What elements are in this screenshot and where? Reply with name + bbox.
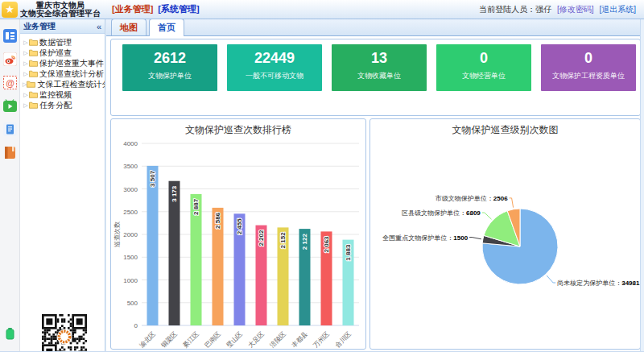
content: 2612文物保护单位22449一般不可移动文物13文物收藏单位0文物经营单位0文… (106, 36, 644, 351)
current-user-label: 当前登陆人员：强仔 (479, 5, 551, 14)
pie-slice-label-2: 区县级文物保护单位：6809 (402, 209, 481, 217)
tree-item-label: 数据管理 (39, 37, 72, 48)
tree-item-5[interactable]: ▷监控视频 (23, 89, 105, 100)
stat-value: 2612 (122, 50, 217, 66)
stat-value: 0 (541, 50, 636, 66)
charts-row: 文物保护巡查次数排行榜05001000150020002500300035004… (110, 118, 641, 350)
pie-chart: 文物保护巡查级别次数图尚未核定为保护单位：34981全国重点文物保护单位：150… (370, 119, 640, 349)
tree-item-label: 任务分配 (39, 100, 72, 111)
logout-link[interactable]: [退出系统] (599, 5, 636, 14)
app-icon-strip: @ (0, 19, 20, 351)
bar-value-label: 2 122 (302, 234, 309, 251)
app-logo-star-icon: ★ (2, 2, 18, 18)
folder-icon (29, 39, 38, 46)
sidebar-tree-panel: 业务管理 « ▷数据管理▷保护巡查▷保护巡查重大事件▷文保巡查统计分析▷文保工程… (20, 19, 105, 351)
stat-label: 文物保护工程资质单位 (541, 71, 636, 81)
stat-label: 文物收藏单位 (332, 71, 427, 81)
pie-chart-title: 文物保护巡查级别次数图 (452, 124, 559, 135)
collapse-panel-icon[interactable]: « (97, 21, 101, 32)
pie-slice-label-3: 市级文物保护单位：2506 (436, 195, 508, 202)
platform-name: 文物安全综合管理平台 (20, 10, 101, 18)
svg-text:0: 0 (134, 322, 138, 329)
tree-item-label: 文保巡查统计分析 (39, 68, 104, 80)
svg-text:4000: 4000 (123, 140, 138, 147)
bar-category-label: 涪陵区 (269, 330, 287, 349)
bar-value-label: 2 063 (324, 236, 331, 253)
bar-category-label: 铜梁区 (159, 329, 179, 349)
nav-business-management[interactable]: [业务管理] (112, 3, 153, 15)
tab-1[interactable]: 首页 (149, 19, 184, 36)
tree-item-label: 保护巡查重大事件 (39, 58, 104, 69)
tab-0[interactable]: 地图 (111, 19, 147, 35)
notebook-icon[interactable] (3, 146, 17, 159)
stat-card-3: 0文物经营单位 (436, 44, 531, 91)
weibo-icon[interactable] (3, 52, 17, 66)
bar-chart-ylabel: 巡查次数 (114, 222, 121, 247)
tree-panel-header: 业务管理 « (20, 19, 105, 34)
tree-item-3[interactable]: ▷文保巡查统计分析 (23, 68, 105, 79)
tree-item-6[interactable]: ▷任务分配 (23, 100, 105, 110)
bar-value-label: 2 202 (258, 230, 266, 246)
folder-icon (29, 70, 38, 77)
document-icon[interactable] (3, 122, 17, 136)
header: ★ 重庆市文物局 文物安全综合管理平台 [业务管理] [系统管理] 当前登陆人员… (0, 0, 644, 19)
stat-value: 13 (332, 50, 427, 66)
stat-card-0: 2612文物保护单位 (122, 44, 217, 91)
stat-cards-panel: 2612文物保护单位22449一般不可移动文物13文物收藏单位0文物经营单位0文… (110, 39, 641, 116)
stat-card-2: 13文物收藏单位 (332, 44, 427, 91)
tab-label: 首页 (158, 23, 175, 32)
at-icon[interactable]: @ (3, 76, 17, 89)
pie-slice-label-1: 全国重点文物保护单位：1500 (382, 234, 468, 242)
bar-category-label: 大足区 (247, 330, 266, 349)
svg-text:1000: 1000 (123, 277, 138, 284)
tree-item-1[interactable]: ▷保护巡查 (23, 48, 105, 58)
folder-icon (29, 91, 38, 98)
svg-text:2500: 2500 (123, 209, 138, 216)
app-title: 重庆市文物局 文物安全综合管理平台 (20, 2, 101, 18)
change-password-link[interactable]: [修改密码] (557, 5, 594, 14)
bar (147, 166, 159, 325)
bar-value-label: 3 173 (171, 185, 179, 202)
bar-category-label: 万州区 (312, 330, 331, 349)
stat-label: 一般不可移动文物 (227, 71, 322, 81)
folder-icon (29, 49, 38, 56)
expand-arrow-icon[interactable]: ▷ (23, 71, 29, 77)
panels-icon[interactable] (3, 29, 17, 43)
bar-category-label: 綦江区 (182, 330, 200, 349)
qr-code (42, 314, 87, 351)
nav-system-management[interactable]: [系统管理] (158, 3, 199, 15)
battery-icon[interactable] (3, 326, 17, 340)
bar-value-label: 2 586 (215, 212, 222, 229)
bar-category-label: 渝北区 (138, 330, 157, 349)
svg-text:3000: 3000 (123, 186, 138, 193)
bar-value-label: 2 455 (237, 218, 244, 235)
svg-text:3500: 3500 (123, 163, 138, 170)
stat-label: 文物经营单位 (436, 71, 531, 81)
bar-category-label: 丰都县 (291, 330, 309, 349)
bar-chart-panel: 文物保护巡查次数排行榜05001000150020002500300035004… (110, 118, 366, 350)
tree-panel-title: 业务管理 (23, 21, 97, 32)
tree-item-2[interactable]: ▷保护巡查重大事件 (23, 58, 105, 68)
expand-arrow-icon[interactable]: ▷ (23, 39, 29, 46)
tree-item-0[interactable]: ▷数据管理 (23, 37, 105, 48)
application-window: ★ 重庆市文物局 文物安全综合管理平台 [业务管理] [系统管理] 当前登陆人员… (0, 0, 644, 352)
pie-slice-label-0: 尚未核定为保护单位：34981 (557, 280, 640, 287)
tab-bar: 地图首页 (106, 19, 644, 36)
folder-icon (27, 81, 35, 88)
expand-arrow-icon[interactable]: ▷ (23, 50, 29, 56)
main-area: 地图首页 2612文物保护单位22449一般不可移动文物13文物收藏单位0文物经… (105, 19, 644, 351)
body: @ 业务管理 « ▷数据管理▷保护巡查▷保护巡查重大事件▷文保巡查统计分析▷文保… (0, 19, 644, 351)
video-icon[interactable] (3, 99, 17, 113)
bar-category-label: 璧山区 (225, 330, 244, 349)
tree-item-label: 文保工程检查统计分析 (37, 79, 105, 90)
expand-arrow-icon[interactable]: ▷ (23, 92, 29, 98)
stat-value: 0 (436, 50, 531, 66)
bar-chart-title: 文物保护巡查次数排行榜 (185, 124, 291, 135)
expand-arrow-icon[interactable]: ▷ (23, 102, 29, 109)
tab-label: 地图 (120, 23, 138, 32)
tree-menu: ▷数据管理▷保护巡查▷保护巡查重大事件▷文保巡查统计分析▷文保工程检查统计分析▷… (20, 34, 105, 110)
expand-arrow-icon[interactable]: ▷ (23, 60, 29, 67)
window-scrollbar[interactable] (640, 19, 644, 351)
tree-item-4[interactable]: ▷文保工程检查统计分析 (23, 79, 105, 89)
folder-icon (29, 101, 38, 109)
